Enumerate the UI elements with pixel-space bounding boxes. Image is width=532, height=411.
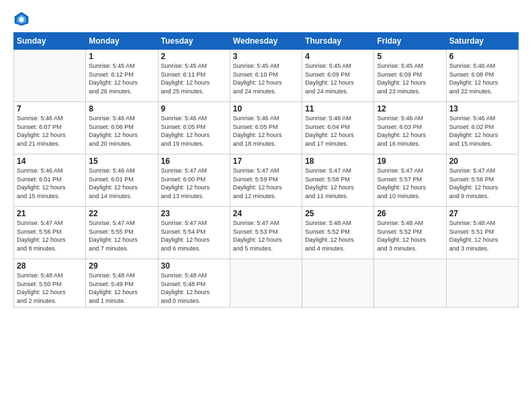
- day-number: 30: [161, 261, 227, 271]
- calendar-cell: [446, 259, 518, 308]
- weekday-header-friday: Friday: [374, 33, 446, 50]
- day-number: 8: [89, 104, 154, 113]
- day-info: Sunrise: 5:46 AM Sunset: 6:03 PM Dayligh…: [377, 114, 443, 148]
- weekday-header-tuesday: Tuesday: [158, 33, 230, 50]
- day-info: Sunrise: 5:46 AM Sunset: 6:01 PM Dayligh…: [17, 167, 83, 200]
- day-number: 6: [449, 52, 515, 61]
- day-number: 27: [449, 209, 515, 218]
- day-info: Sunrise: 5:45 AM Sunset: 6:11 PM Dayligh…: [161, 62, 227, 95]
- day-number: 17: [233, 156, 299, 166]
- calendar-cell: 15Sunrise: 5:46 AM Sunset: 6:01 PM Dayli…: [86, 154, 158, 207]
- day-number: 29: [89, 261, 154, 271]
- calendar-cell: 29Sunrise: 5:48 AM Sunset: 5:49 PM Dayli…: [86, 259, 158, 308]
- day-number: 2: [161, 52, 227, 61]
- day-number: 5: [377, 52, 443, 61]
- week-row-3: 14Sunrise: 5:46 AM Sunset: 6:01 PM Dayli…: [14, 154, 519, 207]
- calendar-cell: 26Sunrise: 5:48 AM Sunset: 5:52 PM Dayli…: [374, 207, 446, 259]
- calendar-cell: [14, 50, 86, 102]
- weekday-header-row: SundayMondayTuesdayWednesdayThursdayFrid…: [14, 33, 519, 50]
- calendar-cell: [374, 259, 446, 308]
- day-info: Sunrise: 5:47 AM Sunset: 5:54 PM Dayligh…: [161, 219, 227, 253]
- weekday-header-wednesday: Wednesday: [230, 33, 302, 50]
- day-info: Sunrise: 5:48 AM Sunset: 5:48 PM Dayligh…: [161, 271, 227, 305]
- day-info: Sunrise: 5:47 AM Sunset: 5:59 PM Dayligh…: [233, 167, 299, 200]
- logo: [13, 11, 32, 27]
- calendar-cell: 8Sunrise: 5:46 AM Sunset: 6:06 PM Daylig…: [86, 102, 158, 154]
- calendar-cell: 1Sunrise: 5:45 AM Sunset: 6:12 PM Daylig…: [86, 50, 158, 102]
- calendar-cell: 20Sunrise: 5:47 AM Sunset: 5:56 PM Dayli…: [446, 154, 518, 207]
- calendar-cell: 5Sunrise: 5:45 AM Sunset: 6:09 PM Daylig…: [374, 50, 446, 102]
- day-number: 11: [305, 104, 371, 113]
- calendar-cell: 12Sunrise: 5:46 AM Sunset: 6:03 PM Dayli…: [374, 102, 446, 154]
- day-info: Sunrise: 5:48 AM Sunset: 5:49 PM Dayligh…: [89, 271, 154, 305]
- day-number: 21: [17, 209, 83, 218]
- day-info: Sunrise: 5:45 AM Sunset: 6:09 PM Dayligh…: [377, 62, 443, 95]
- calendar-cell: 11Sunrise: 5:46 AM Sunset: 6:04 PM Dayli…: [302, 102, 374, 154]
- day-number: 18: [305, 156, 371, 166]
- header: [13, 11, 519, 27]
- week-row-5: 28Sunrise: 5:48 AM Sunset: 5:50 PM Dayli…: [14, 259, 519, 308]
- calendar-cell: 6Sunrise: 5:46 AM Sunset: 6:08 PM Daylig…: [446, 50, 518, 102]
- day-number: 25: [305, 209, 371, 218]
- day-number: 14: [17, 156, 83, 166]
- day-info: Sunrise: 5:46 AM Sunset: 6:06 PM Dayligh…: [89, 114, 154, 148]
- day-info: Sunrise: 5:47 AM Sunset: 5:58 PM Dayligh…: [305, 167, 371, 200]
- day-number: 4: [305, 52, 371, 61]
- week-row-2: 7Sunrise: 5:46 AM Sunset: 6:07 PM Daylig…: [14, 102, 519, 154]
- day-info: Sunrise: 5:47 AM Sunset: 5:53 PM Dayligh…: [233, 219, 299, 253]
- day-number: 16: [161, 156, 227, 166]
- day-info: Sunrise: 5:47 AM Sunset: 5:55 PM Dayligh…: [89, 219, 154, 253]
- day-info: Sunrise: 5:48 AM Sunset: 5:50 PM Dayligh…: [17, 271, 83, 305]
- calendar-cell: 23Sunrise: 5:47 AM Sunset: 5:54 PM Dayli…: [158, 207, 230, 259]
- day-info: Sunrise: 5:47 AM Sunset: 5:56 PM Dayligh…: [17, 219, 83, 253]
- calendar-cell: 18Sunrise: 5:47 AM Sunset: 5:58 PM Dayli…: [302, 154, 374, 207]
- day-info: Sunrise: 5:47 AM Sunset: 6:00 PM Dayligh…: [161, 167, 227, 200]
- calendar-cell: [230, 259, 302, 308]
- week-row-1: 1Sunrise: 5:45 AM Sunset: 6:12 PM Daylig…: [14, 50, 519, 102]
- calendar-cell: [302, 259, 374, 308]
- day-info: Sunrise: 5:45 AM Sunset: 6:10 PM Dayligh…: [233, 62, 299, 95]
- calendar-cell: 10Sunrise: 5:46 AM Sunset: 6:05 PM Dayli…: [230, 102, 302, 154]
- day-number: 24: [233, 209, 299, 218]
- day-info: Sunrise: 5:48 AM Sunset: 5:52 PM Dayligh…: [305, 219, 371, 253]
- day-info: Sunrise: 5:46 AM Sunset: 6:05 PM Dayligh…: [233, 114, 299, 148]
- calendar-cell: 7Sunrise: 5:46 AM Sunset: 6:07 PM Daylig…: [14, 102, 86, 154]
- day-number: 12: [377, 104, 443, 113]
- calendar-cell: 24Sunrise: 5:47 AM Sunset: 5:53 PM Dayli…: [230, 207, 302, 259]
- day-info: Sunrise: 5:46 AM Sunset: 6:07 PM Dayligh…: [17, 114, 83, 148]
- calendar-cell: 22Sunrise: 5:47 AM Sunset: 5:55 PM Dayli…: [86, 207, 158, 259]
- day-info: Sunrise: 5:47 AM Sunset: 5:57 PM Dayligh…: [377, 167, 443, 200]
- logo-icon: [13, 11, 30, 27]
- calendar-cell: 30Sunrise: 5:48 AM Sunset: 5:48 PM Dayli…: [158, 259, 230, 308]
- day-number: 19: [377, 156, 443, 166]
- day-number: 20: [449, 156, 515, 166]
- calendar: SundayMondayTuesdayWednesdayThursdayFrid…: [13, 32, 519, 308]
- day-info: Sunrise: 5:48 AM Sunset: 5:51 PM Dayligh…: [449, 219, 515, 253]
- day-number: 28: [17, 261, 83, 271]
- weekday-header-thursday: Thursday: [302, 33, 374, 50]
- calendar-cell: 27Sunrise: 5:48 AM Sunset: 5:51 PM Dayli…: [446, 207, 518, 259]
- week-row-4: 21Sunrise: 5:47 AM Sunset: 5:56 PM Dayli…: [14, 207, 519, 259]
- page: SundayMondayTuesdayWednesdayThursdayFrid…: [0, 0, 532, 411]
- day-info: Sunrise: 5:46 AM Sunset: 6:05 PM Dayligh…: [161, 114, 227, 148]
- calendar-cell: 4Sunrise: 5:45 AM Sunset: 6:09 PM Daylig…: [302, 50, 374, 102]
- calendar-cell: 17Sunrise: 5:47 AM Sunset: 5:59 PM Dayli…: [230, 154, 302, 207]
- calendar-cell: 14Sunrise: 5:46 AM Sunset: 6:01 PM Dayli…: [14, 154, 86, 207]
- day-info: Sunrise: 5:46 AM Sunset: 6:04 PM Dayligh…: [305, 114, 371, 148]
- calendar-cell: 3Sunrise: 5:45 AM Sunset: 6:10 PM Daylig…: [230, 50, 302, 102]
- day-number: 7: [17, 104, 83, 113]
- day-number: 9: [161, 104, 227, 113]
- day-info: Sunrise: 5:46 AM Sunset: 6:01 PM Dayligh…: [89, 167, 154, 200]
- calendar-cell: 19Sunrise: 5:47 AM Sunset: 5:57 PM Dayli…: [374, 154, 446, 207]
- calendar-cell: 2Sunrise: 5:45 AM Sunset: 6:11 PM Daylig…: [158, 50, 230, 102]
- day-info: Sunrise: 5:46 AM Sunset: 6:02 PM Dayligh…: [449, 114, 515, 148]
- day-info: Sunrise: 5:47 AM Sunset: 5:56 PM Dayligh…: [449, 167, 515, 200]
- calendar-cell: 25Sunrise: 5:48 AM Sunset: 5:52 PM Dayli…: [302, 207, 374, 259]
- calendar-cell: 13Sunrise: 5:46 AM Sunset: 6:02 PM Dayli…: [446, 102, 518, 154]
- calendar-cell: 16Sunrise: 5:47 AM Sunset: 6:00 PM Dayli…: [158, 154, 230, 207]
- calendar-cell: 21Sunrise: 5:47 AM Sunset: 5:56 PM Dayli…: [14, 207, 86, 259]
- day-info: Sunrise: 5:45 AM Sunset: 6:09 PM Dayligh…: [305, 62, 371, 95]
- day-number: 3: [233, 52, 299, 61]
- weekday-header-sunday: Sunday: [14, 33, 86, 50]
- weekday-header-monday: Monday: [86, 33, 158, 50]
